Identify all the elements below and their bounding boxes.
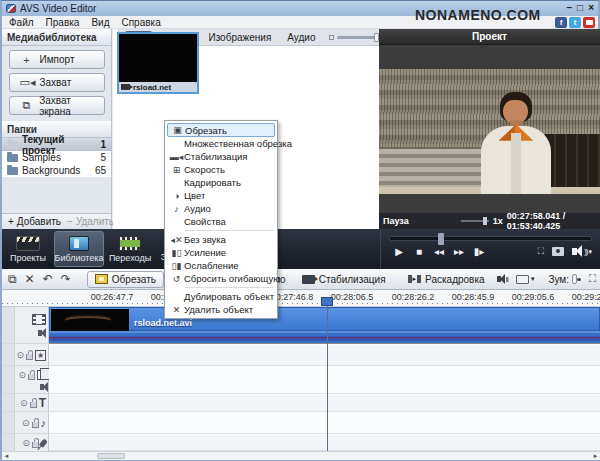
projects-button[interactable]: Проекты [3,231,53,267]
menu-help[interactable]: Справка [121,17,160,28]
scroll-left-icon[interactable]: ◂ [2,452,11,460]
preview-header: Проект [379,29,600,45]
reset-envelope-icon: ↺ [169,274,184,284]
fullscreen-icon[interactable]: ⛶ [538,246,544,257]
import-button[interactable]: + Импорт [9,50,105,69]
plus-icon: + [20,54,34,66]
speed-slider[interactable] [461,220,489,222]
step-button[interactable]: ▮▸ [469,246,489,257]
volume-icon[interactable] [572,248,577,255]
horizontal-scrollbar[interactable]: ◂ ▸ [2,451,600,460]
thumb-size-slider[interactable] [337,36,385,39]
lock-icon[interactable] [28,374,35,380]
folder-backgrounds[interactable]: Backgrounds 65 [2,164,111,177]
visibility-icon[interactable]: ⊙ [18,370,26,380]
menu-file[interactable]: Файл [9,17,34,28]
menu-item-crop[interactable]: Кадрировать [167,176,275,189]
menu-item-mute[interactable]: ◂✕ Без звука [167,233,275,246]
filter-images[interactable]: Изображения [203,31,276,44]
zoom-handle[interactable] [572,274,577,284]
menu-edit[interactable]: Правка [46,17,80,28]
audio-track-lane[interactable] [49,413,600,434]
seek-bar[interactable] [389,236,592,241]
visibility-icon[interactable]: ⊙ [22,438,30,448]
thumb-size-handle[interactable] [374,33,379,42]
track-volume-button[interactable]: ‖ [497,275,508,284]
trim-button[interactable]: Обрезать [87,271,164,288]
overlay-track-lane[interactable] [49,367,600,394]
stop-button[interactable]: ■ [409,246,429,257]
playhead-marker[interactable] [321,297,333,306]
minimize-button[interactable]: – [567,3,573,13]
menu-item-amplify[interactable]: ▮▯ Усиление [167,246,275,259]
redo-icon[interactable]: ↷ [61,272,71,286]
zoom-slider[interactable] [577,278,581,281]
remove-folder-button[interactable]: − Удалить [61,214,114,229]
seek-handle[interactable] [438,233,444,245]
menu-item-delete-object[interactable]: ✕ Удалить объект [167,303,275,316]
snapshot-icon[interactable] [552,247,564,256]
menu-item-color[interactable]: ◑ Цвет [167,189,275,202]
folder-current-project[interactable]: Текущий проект 1 [2,138,111,151]
menu-item-speed[interactable]: ⊞ Скорость [167,163,275,176]
video-audio-icon[interactable] [38,330,42,336]
facebook-icon[interactable]: f [555,17,567,28]
time-ruler[interactable]: 00:26:47.7 00:27:07.4 00:27:27.1 00:27:4… [2,290,600,307]
visibility-icon[interactable]: ⊙ [22,418,30,428]
menu-item-duplicate[interactable]: Дублировать объект [167,290,275,303]
lock-icon[interactable] [32,422,39,428]
video-clip[interactable]: rsload.net.avi [49,307,600,331]
add-folder-button[interactable]: + Добавить [2,214,61,229]
screen-capture-button[interactable]: ⧉ Захват экрана [9,96,105,115]
speed-handle[interactable] [483,217,487,225]
filter-audio[interactable]: Аудио [282,31,320,44]
menu-item-attenuate[interactable]: ▯▮ Ослабление [167,259,275,272]
lock-icon[interactable] [32,442,39,448]
display-mode-button[interactable]: ▾ [516,275,535,284]
menu-item-audio[interactable]: ♪ Аудио [167,202,275,215]
voice-track-lane[interactable] [49,435,600,451]
menu-view[interactable]: Вид [91,17,109,28]
twitter-icon[interactable]: t [569,17,581,28]
effects-track-header: ⊙ ★ [2,345,49,366]
menu-item-trim[interactable]: ▣ Обрезать [167,123,275,137]
next-frame-button[interactable]: ▸▸ [449,246,469,257]
playback-panel: ▶ ■ ◂◂ ▸▸ ▮▸ ⛶ )) ▾ [380,229,600,269]
play-button[interactable]: ▶ [389,246,409,257]
text-track-lane[interactable] [49,395,600,412]
split-icon[interactable]: ⧉ [8,272,17,286]
menu-item-reset-envelope[interactable]: ↺ Сбросить огибающую [167,272,275,285]
visibility-icon[interactable]: ⊙ [20,398,28,408]
media-item-rsload[interactable]: rsload.net [117,32,199,94]
transitions-button[interactable]: Переходы [105,231,155,267]
menu-item-properties[interactable]: Свойства [167,215,275,228]
clip-audio-waveform[interactable] [49,331,600,344]
fit-timeline-icon[interactable]: ⛶ [589,273,594,285]
folder-icon [7,141,18,149]
maximize-button[interactable]: □ [577,3,583,13]
menu-item-multi-trim[interactable]: Множественная обрезка [167,137,275,150]
library-button[interactable]: Библиотека [54,231,104,267]
scrollbar-thumb[interactable] [97,453,125,459]
storyboard-button[interactable]: ▸ Раскадровка [408,274,485,285]
lock-icon[interactable] [26,354,33,360]
youtube-icon[interactable] [583,17,595,28]
close-button[interactable]: × [588,3,594,13]
playhead-line [327,306,328,451]
delete-icon[interactable]: ✕ [25,272,35,286]
previous-frame-button[interactable]: ◂◂ [429,246,449,257]
small-thumb-icon [329,35,334,40]
capture-button[interactable]: ▭◂ Захват [9,73,105,92]
scroll-right-icon[interactable]: ▸ [591,452,600,460]
ruler-tick: 00:28:45.9 [452,292,495,302]
overlay-track-header: ⊙ [2,367,49,394]
menu-item-stabilization[interactable]: ▬◂ Стабилизация [167,150,275,163]
lock-icon[interactable] [30,402,37,408]
stabilization-button[interactable]: Стабилизация [302,274,386,285]
visibility-icon[interactable]: ⊙ [16,350,24,360]
volume-dropdown-icon[interactable]: ▾ [588,248,592,256]
overlay-audio-icon[interactable] [40,384,44,390]
ruler-tick: 00:28:06.5 [331,292,374,302]
effects-track-lane[interactable] [49,345,600,366]
undo-icon[interactable]: ↶ [43,272,53,286]
